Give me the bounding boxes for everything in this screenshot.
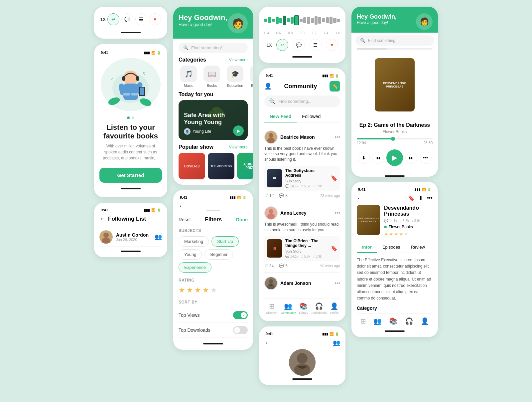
tag-marketing[interactable]: Marketing	[179, 236, 209, 247]
nav-community-2[interactable]: 👥	[373, 317, 382, 325]
nav-discover-2[interactable]: ⊞	[360, 317, 366, 325]
categories-view-more[interactable]: View more	[229, 58, 248, 62]
reply-button[interactable]: ↩	[107, 13, 119, 25]
tag-startup[interactable]: Start Up	[211, 236, 239, 247]
star-3[interactable]: ★	[195, 286, 201, 295]
star-3[interactable]: ★	[394, 231, 398, 237]
get-started-button[interactable]: Get Started	[99, 168, 162, 183]
comment-btn[interactable]: 💬	[293, 39, 305, 51]
more-options-icon[interactable]: •••	[334, 280, 340, 286]
banner-play-button[interactable]: ▶	[233, 125, 244, 136]
detail-publisher: Flower Books	[384, 225, 433, 229]
community-person-icon: 👤	[264, 83, 272, 90]
star-4[interactable]: ★	[399, 231, 403, 237]
bookmark-icon[interactable]: 🔖	[331, 245, 337, 252]
back-button[interactable]: ←	[99, 215, 105, 222]
play-button[interactable]: ▶	[386, 149, 403, 166]
follow-add-icon[interactable]: 👥	[333, 339, 340, 346]
comment-button[interactable]: 💬	[121, 13, 133, 25]
category-music[interactable]: 🎵 Music	[179, 66, 199, 88]
edit-button[interactable]: ✏️	[330, 81, 340, 92]
top-views-toggle[interactable]	[233, 311, 248, 319]
sort-top-downloads[interactable]: Top Downloads	[179, 323, 248, 338]
nav-community[interactable]: 👥 Community	[281, 302, 296, 314]
follow-button[interactable]: 👥	[155, 233, 162, 241]
tab-new-feed[interactable]: New Feed	[264, 111, 297, 122]
star-2[interactable]: ★	[389, 231, 393, 237]
download-button[interactable]: ⬇	[419, 195, 423, 201]
playlist-button[interactable]: ☰	[135, 13, 147, 25]
top-downloads-toggle[interactable]	[233, 326, 248, 334]
reply-button[interactable]: 💬 3	[279, 193, 288, 198]
player-greeting: Hey Goodwin,	[357, 13, 397, 20]
detail-description: The Effective Executive is lorem ipsum d…	[357, 257, 433, 302]
show-covid[interactable]: COVID-19	[179, 153, 205, 179]
star-4[interactable]: ★	[202, 286, 209, 295]
profile-avatar	[289, 349, 316, 376]
like-button[interactable]: ♡ 12	[264, 193, 274, 198]
player-header: Hey Goodwin, Have a good day! 🧑	[351, 7, 438, 33]
star-5[interactable]: ★	[210, 286, 217, 295]
tag-experience[interactable]: Experience	[179, 262, 211, 273]
prev-button[interactable]: ⏮	[372, 152, 384, 164]
category-business[interactable]: 💼 Business	[248, 66, 253, 88]
today-banner[interactable]: Safe Area with Young Young 👤 Young Life …	[179, 100, 248, 140]
filter-reset-button[interactable]: Reset	[179, 217, 191, 222]
tab-infor[interactable]: Infor	[357, 242, 377, 253]
next-button[interactable]: ⏭	[405, 152, 417, 164]
category-education[interactable]: 🎓 Education	[225, 66, 245, 88]
tag-young[interactable]: Young	[179, 249, 202, 260]
back-button[interactable]: ←	[179, 203, 185, 209]
heart-btn[interactable]: ♥	[326, 39, 338, 51]
show-address[interactable]: THE ADDRESS	[208, 153, 234, 179]
nav-profile[interactable]: 👤 Profile	[330, 302, 339, 314]
progress-thumb	[391, 137, 395, 141]
playlist-btn[interactable]: ☰	[310, 39, 322, 51]
tab-followed[interactable]: Followed	[297, 111, 326, 122]
player-search[interactable]: 🔍 Find something!	[355, 35, 434, 46]
more-options-icon[interactable]: •••	[334, 210, 340, 216]
player-greeting-sub: Have a good day!	[357, 20, 397, 25]
search-bar[interactable]: 🔍 Find something!	[179, 43, 248, 53]
nav-profile-2[interactable]: 👤	[421, 317, 429, 325]
star-5[interactable]: ★	[404, 231, 408, 237]
filter-done-button[interactable]: Done	[236, 217, 248, 222]
more-options-icon[interactable]: •••	[334, 134, 340, 140]
tag-beginner[interactable]: Beginner	[204, 249, 233, 260]
nav-discover[interactable]: ⊞ Discover	[266, 302, 278, 314]
dot-1[interactable]	[127, 116, 130, 119]
progress-bar[interactable]	[357, 138, 433, 139]
rating-stars[interactable]: ★ ★ ★ ★ ★	[179, 286, 248, 295]
category-label: Category	[357, 305, 433, 311]
like-button[interactable]: ♡ 34	[264, 264, 274, 268]
community-search[interactable]: 🔍 Find something...	[264, 96, 340, 107]
nav-audiobooks-2[interactable]: 🎧	[405, 317, 413, 325]
show-prize[interactable]: A BIGGE PRIZE	[237, 153, 253, 179]
greeting-text: Hey Goodwin,	[179, 13, 227, 22]
download-button[interactable]: ⬇	[358, 152, 370, 164]
star-2[interactable]: ★	[187, 286, 193, 295]
avatar	[264, 277, 278, 290]
tab-episodes[interactable]: Episodes	[377, 242, 405, 253]
bookmark-icon[interactable]: 🔖	[331, 175, 337, 181]
nav-library[interactable]: 📚 Library	[299, 302, 308, 314]
nav-library-2[interactable]: 📚	[389, 317, 397, 325]
popular-view-more[interactable]: View more	[229, 145, 248, 149]
dot-2[interactable]	[132, 116, 134, 119]
star-1[interactable]: ★	[179, 286, 185, 295]
back-button[interactable]: ←	[264, 339, 270, 346]
sort-top-views[interactable]: Top Views	[179, 308, 248, 323]
star-1[interactable]: ★	[384, 231, 388, 237]
reply-btn[interactable]: ↩	[276, 39, 288, 51]
more-button[interactable]: •••	[420, 152, 432, 164]
heart-button[interactable]: ♥	[149, 13, 161, 25]
post-user: Anna Lexey	[264, 206, 307, 220]
nav-audiobooks[interactable]: 🎧 Audiobooks	[311, 302, 327, 314]
more-button[interactable]: •••	[427, 195, 433, 201]
tab-review[interactable]: Review	[405, 242, 430, 253]
back-button[interactable]: ←	[357, 195, 363, 202]
bookmark-button[interactable]: 🔖	[408, 195, 415, 201]
reply-button[interactable]: 💬 5	[279, 264, 288, 268]
filter-title: Filters	[205, 216, 222, 223]
category-books[interactable]: 📖 Books	[202, 66, 222, 88]
